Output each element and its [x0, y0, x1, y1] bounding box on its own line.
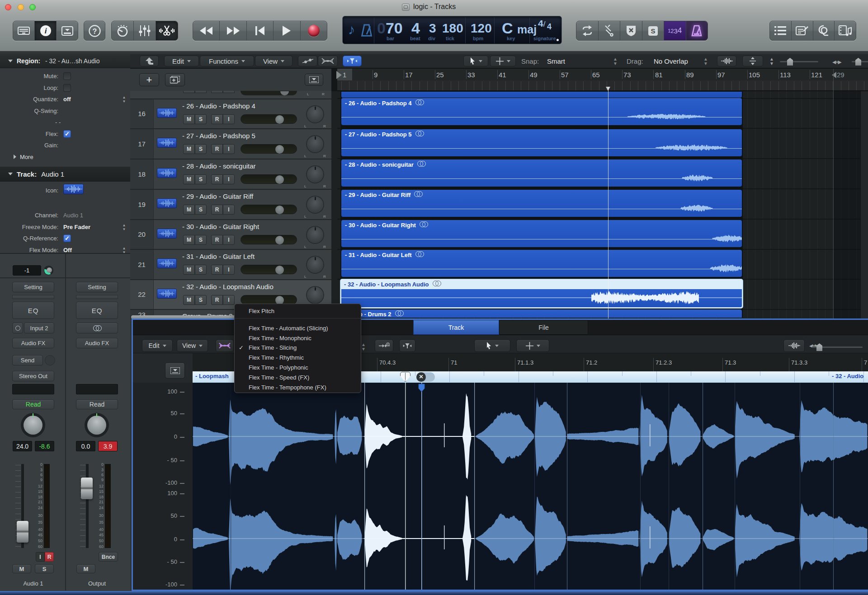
svg-text:?: ?	[92, 27, 97, 35]
svg-text:S: S	[651, 27, 655, 35]
